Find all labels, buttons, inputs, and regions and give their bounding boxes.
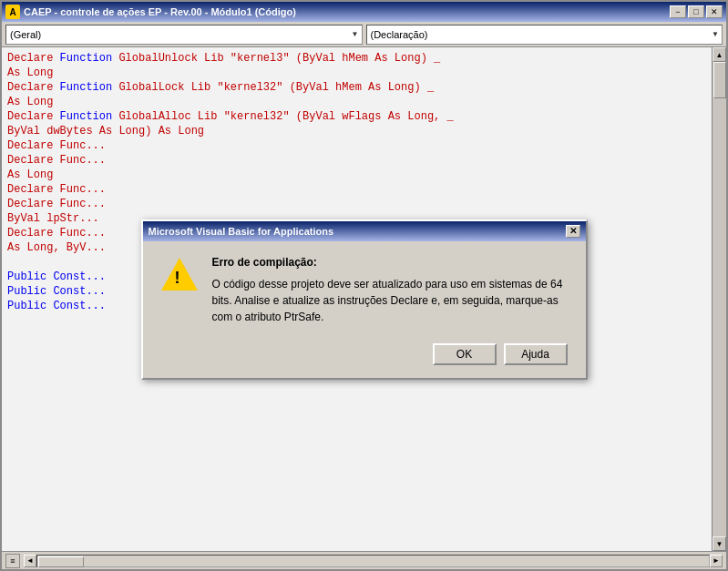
window-title: CAEP - controle de ações EP - Rev.00 - M…: [24, 6, 296, 17]
dialog-message: O código desse projeto deve ser atualiza…: [212, 276, 568, 325]
bottom-bar: ≡ ◄ ►: [2, 551, 726, 569]
warning-triangle: [161, 258, 198, 291]
combo-general[interactable]: (Geral): [5, 25, 363, 45]
dialog-error-title: Erro de compilação:: [212, 256, 568, 269]
dialog-title-bar: Microsoft Visual Basic for Applications …: [143, 221, 586, 241]
toolbar-row: (Geral) (Declaração): [2, 22, 726, 47]
warning-icon: [161, 256, 198, 292]
help-button[interactable]: Ajuda: [504, 343, 568, 365]
dialog-title: Microsoft Visual Basic for Applications: [149, 226, 334, 237]
maximize-button[interactable]: □: [688, 5, 704, 18]
dialog-content: Erro de compilação: O código desse proje…: [212, 256, 568, 325]
scroll-thumb-h[interactable]: [38, 556, 84, 567]
horizontal-scrollbar[interactable]: ◄ ►: [24, 554, 723, 568]
title-bar: A CAEP - controle de ações EP - Rev.00 -…: [2, 2, 726, 22]
modal-overlay: Microsoft Visual Basic for Applications …: [2, 47, 726, 551]
status-icons: ≡: [5, 554, 20, 568]
scroll-track-h[interactable]: [36, 555, 710, 567]
dialog-close-button[interactable]: ✕: [566, 225, 580, 238]
combo-declaration[interactable]: (Declaração): [366, 25, 723, 45]
editor-wrapper: Declare Function GlobalUnlock Lib "kerne…: [2, 47, 726, 551]
minimize-button[interactable]: −: [670, 5, 686, 18]
ok-button[interactable]: OK: [433, 343, 497, 365]
dialog-body: Erro de compilação: O código desse proje…: [143, 241, 586, 336]
status-icon-1: ≡: [5, 554, 20, 568]
dialog-buttons: OK Ajuda: [143, 336, 586, 378]
scroll-right-button[interactable]: ►: [710, 555, 723, 567]
main-window: A CAEP - controle de ações EP - Rev.00 -…: [0, 0, 728, 571]
scroll-left-button[interactable]: ◄: [24, 555, 36, 567]
title-buttons: − □ ✕: [670, 5, 723, 18]
title-bar-left: A CAEP - controle de ações EP - Rev.00 -…: [5, 5, 296, 19]
close-button[interactable]: ✕: [706, 5, 723, 18]
app-icon: A: [5, 5, 20, 19]
dialog-box: Microsoft Visual Basic for Applications …: [141, 219, 588, 380]
